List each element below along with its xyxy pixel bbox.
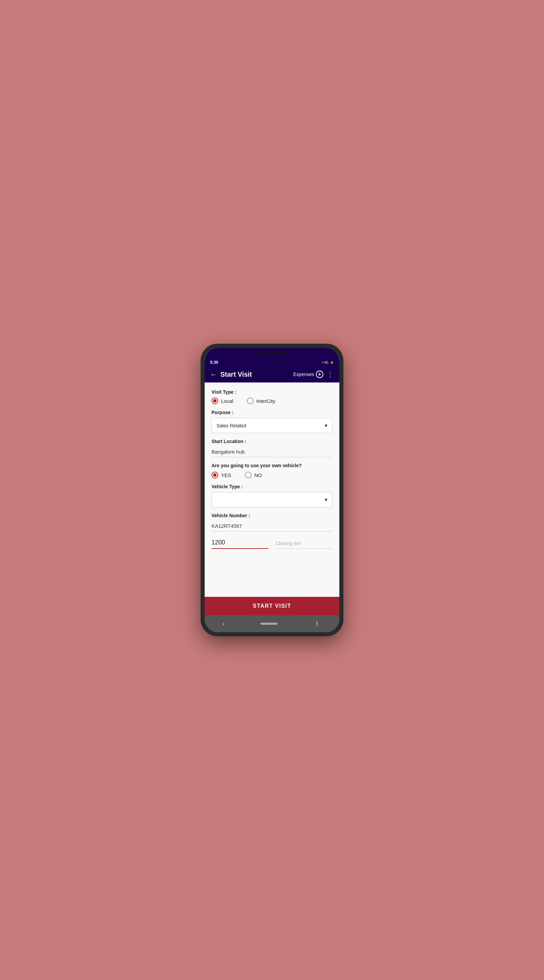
phone-shell: 5:30 • 4G ⚡ ← Start Visit Expenses + ⋮ [201, 344, 343, 636]
vehicle-number-input[interactable]: KA12RT4567 [211, 521, 333, 531]
local-radio-inner [213, 399, 217, 402]
nav-home-pill[interactable] [260, 623, 278, 625]
purpose-section: Purpose : Sales Related ▾ [211, 410, 333, 433]
purpose-dropdown-value: Sales Related [217, 423, 246, 428]
nav-person-button[interactable]: 🚶 [313, 620, 322, 628]
visit-type-radio-group: Local InterCity [211, 398, 333, 404]
header-left: ← Start Visit [210, 371, 252, 379]
app-header: ← Start Visit Expenses + ⋮ [205, 366, 339, 382]
start-visit-label: START VISIT [253, 603, 291, 609]
own-vehicle-radio-group: YES NO [211, 472, 333, 479]
opening-km-input[interactable]: 1200 [211, 537, 269, 549]
no-radio-circle [245, 472, 252, 479]
more-options-button[interactable]: ⋮ [327, 370, 334, 379]
own-vehicle-question: Are you going to use your own vehicle? [211, 463, 333, 468]
phone-notch [205, 348, 339, 359]
yes-radio-option[interactable]: YES [211, 472, 231, 479]
network-icon: • 4G [322, 361, 328, 364]
battery-icon: ⚡ [330, 361, 334, 364]
intercity-radio-option[interactable]: InterCity [247, 398, 275, 404]
yes-radio-circle [211, 472, 218, 479]
start-location-value: Bangalore hub [211, 449, 245, 455]
start-visit-button[interactable]: START VISIT [205, 597, 339, 615]
form-content: Visit Type : Local InterCity P [205, 382, 339, 597]
status-time: 5:30 [210, 360, 218, 365]
no-radio-label: NO [254, 472, 262, 478]
yes-radio-label: YES [221, 472, 231, 478]
odometer-row: 1200 Closing km [211, 537, 333, 549]
opening-km-value: 1200 [211, 539, 225, 546]
local-radio-circle [211, 398, 218, 404]
purpose-label: Purpose : [211, 410, 333, 415]
page-title: Start Visit [220, 371, 252, 379]
start-location-section: Start Location : Bangalore hub [211, 439, 333, 457]
vehicle-type-dropdown-arrow: ▾ [325, 496, 327, 503]
own-vehicle-section: Are you going to use your own vehicle? Y… [211, 463, 333, 479]
status-icons: • 4G ⚡ [322, 361, 334, 364]
add-expense-icon: + [316, 371, 324, 378]
expenses-label: Expenses [293, 372, 314, 377]
closing-km-placeholder: Closing km [275, 540, 301, 546]
camera-dot [258, 352, 262, 355]
start-location-input[interactable]: Bangalore hub [211, 447, 333, 457]
no-radio-option[interactable]: NO [245, 472, 262, 479]
header-right: Expenses + ⋮ [293, 370, 334, 379]
purpose-dropdown-arrow: ▾ [325, 422, 327, 429]
back-button[interactable]: ← [210, 371, 217, 379]
nav-back-button[interactable]: ‹ [223, 620, 225, 627]
speaker [266, 352, 286, 354]
expenses-button[interactable]: Expenses + [293, 371, 324, 378]
intercity-radio-label: InterCity [256, 398, 275, 404]
vehicle-number-label: Vehicle Number : [211, 513, 333, 518]
bottom-nav: ‹ 🚶 [205, 615, 339, 632]
vehicle-type-label: Vehicle Type : [211, 484, 333, 489]
intercity-radio-circle [247, 398, 254, 404]
local-radio-label: Local [221, 398, 233, 404]
vehicle-number-value: KA12RT4567 [211, 523, 242, 529]
visit-type-label: Visit Type : [211, 389, 333, 395]
vehicle-type-section: Vehicle Type : ▾ [211, 484, 333, 508]
start-location-label: Start Location : [211, 439, 333, 444]
phone-screen: 5:30 • 4G ⚡ ← Start Visit Expenses + ⋮ [205, 348, 339, 632]
status-bar: 5:30 • 4G ⚡ [205, 359, 339, 366]
yes-radio-inner [213, 473, 217, 477]
local-radio-option[interactable]: Local [211, 398, 233, 404]
purpose-dropdown[interactable]: Sales Related ▾ [211, 418, 333, 433]
vehicle-number-section: Vehicle Number : KA12RT4567 [211, 513, 333, 531]
closing-km-input[interactable]: Closing km [275, 538, 333, 549]
vehicle-type-dropdown[interactable]: ▾ [211, 492, 333, 508]
visit-type-section: Visit Type : Local InterCity [211, 389, 333, 404]
